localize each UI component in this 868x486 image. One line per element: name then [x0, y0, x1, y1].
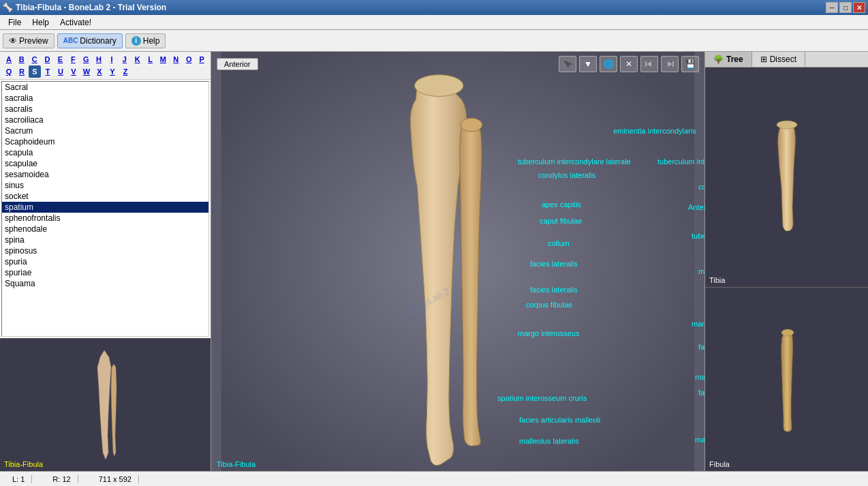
- word-item[interactable]: spuriae: [2, 267, 208, 278]
- alpha-V[interactable]: V: [67, 65, 80, 78]
- annotation-corpus-fib: corpus fibulae: [526, 301, 573, 309]
- word-item[interactable]: sphenofrontalis: [2, 213, 208, 224]
- word-item[interactable]: spatium: [2, 202, 208, 213]
- tab-tree[interactable]: 🌳 Tree: [705, 52, 752, 67]
- svg-point-1: [415, 75, 463, 97]
- alpha-K[interactable]: K: [131, 53, 144, 65]
- menu-file[interactable]: File: [3, 16, 27, 29]
- alpha-U[interactable]: U: [55, 65, 67, 78]
- annotation-malleolus-lat: malleolus lateralis: [519, 437, 578, 445]
- alpha-W[interactable]: W: [80, 65, 93, 78]
- dissect-icon: ⊞: [760, 55, 767, 64]
- annotation-tuberositas: tuberositas tibiae: [692, 232, 704, 240]
- word-item[interactable]: spuria: [2, 256, 208, 267]
- help-button[interactable]: i Help: [125, 33, 166, 48]
- dictionary-label: Dictionary: [80, 36, 116, 46]
- app-icon: 🦴: [3, 3, 13, 12]
- word-item[interactable]: Scaphoideum: [2, 136, 208, 147]
- word-item[interactable]: Sacral: [2, 82, 208, 93]
- word-item[interactable]: sesamoidea: [2, 169, 208, 180]
- maximize-button[interactable]: □: [839, 2, 852, 13]
- minimize-button[interactable]: ─: [826, 2, 838, 13]
- alpha-F[interactable]: F: [67, 53, 79, 65]
- alpha-Q[interactable]: Q: [3, 65, 15, 78]
- tool-select[interactable]: [559, 56, 576, 72]
- annotation-margo-int-r: margo interosseus: [692, 320, 704, 328]
- word-item[interactable]: spinosus: [2, 245, 208, 256]
- alpha-J[interactable]: J: [119, 53, 131, 65]
- alpha-D[interactable]: D: [42, 53, 54, 65]
- menu-help[interactable]: Help: [27, 16, 55, 29]
- tool-close[interactable]: ✕: [620, 56, 638, 72]
- alpha-row-2: Q R S T U V W X Y Z: [3, 65, 208, 78]
- tool-save[interactable]: 💾: [681, 56, 699, 72]
- title-bar: 🦴 Tibia-Fibula - BoneLab 2 - Trial Versi…: [0, 0, 868, 15]
- word-item[interactable]: scapula: [2, 147, 208, 158]
- preview-panel: Tibia-Fibula: [0, 338, 211, 471]
- alpha-row-1: A B C D E F G H I J K L M N O P: [3, 53, 208, 65]
- window-title: Tibia-Fibula - BoneLab 2 - Trial Version: [16, 3, 166, 12]
- menu-activate[interactable]: Activate!: [55, 16, 97, 29]
- close-button[interactable]: ✕: [853, 2, 865, 13]
- word-list[interactable]: SacralsacraliasacralissacroiliacaSacrumS…: [1, 81, 209, 337]
- tool-globe[interactable]: 🌐: [600, 56, 617, 72]
- alpha-L[interactable]: L: [144, 53, 157, 65]
- alpha-M[interactable]: M: [157, 53, 170, 65]
- word-item[interactable]: sinus: [2, 180, 208, 191]
- right-panel: 🌳 Tree ⊞ Dissect: [704, 52, 868, 471]
- annotation-facies-med-2: facies medialis: [698, 389, 704, 397]
- alpha-T[interactable]: T: [42, 65, 54, 78]
- annotation-intercondylar: Anterior intercondylar area: [688, 203, 704, 211]
- tool-prev[interactable]: [640, 56, 658, 72]
- word-item[interactable]: scapulae: [2, 158, 208, 169]
- alpha-I[interactable]: I: [106, 53, 118, 65]
- word-item[interactable]: sphenodale: [2, 224, 208, 234]
- tool-dropdown[interactable]: ▼: [579, 56, 597, 72]
- word-item[interactable]: sacralia: [2, 93, 208, 104]
- word-item[interactable]: Sacrum: [2, 125, 208, 136]
- annotation-eminentia: eminentia intercondylaris: [613, 127, 696, 135]
- preview-label: Tibia-Fibula: [4, 460, 43, 468]
- alpha-N[interactable]: N: [170, 53, 182, 65]
- alpha-B[interactable]: B: [16, 53, 28, 65]
- preview-button[interactable]: 👁 Preview: [3, 33, 55, 48]
- alpha-Y[interactable]: Y: [106, 65, 119, 78]
- status-dimensions: 711 x 592: [92, 475, 139, 483]
- word-item[interactable]: sacralis: [2, 104, 208, 115]
- alpha-S[interactable]: S: [29, 65, 41, 78]
- word-item[interactable]: spina: [2, 234, 208, 245]
- alpha-A[interactable]: A: [3, 53, 15, 65]
- annotation-facies-art-1: facies articularis malleoli: [519, 416, 600, 424]
- alpha-Z[interactable]: Z: [119, 65, 131, 78]
- status-r: R: 12: [46, 475, 78, 483]
- bone-3d-label: Tibia-Fibula: [217, 460, 255, 468]
- annotation-condylus-med: condylus medialis: [698, 183, 704, 191]
- alpha-X[interactable]: X: [93, 65, 106, 78]
- alpha-C[interactable]: C: [29, 53, 41, 65]
- alpha-E[interactable]: E: [55, 53, 67, 65]
- svg-point-4: [777, 121, 797, 129]
- annotation-facies-lat-1: facies lateralis: [530, 260, 578, 268]
- alpha-P[interactable]: P: [196, 53, 208, 65]
- prev-icon: [645, 59, 654, 69]
- help-icon: i: [131, 36, 141, 46]
- alpha-H[interactable]: H: [93, 53, 105, 65]
- tab-dissect[interactable]: ⊞ Dissect: [752, 52, 805, 67]
- annotation-margo-med-1: margo medialis: [698, 267, 704, 275]
- word-list-container: SacralsacraliasacralissacroiliacaSacrumS…: [0, 80, 211, 338]
- word-item[interactable]: Squama: [2, 278, 208, 289]
- title-bar-controls: ─ □ ✕: [826, 2, 865, 13]
- word-item[interactable]: sacroiliaca: [2, 115, 208, 125]
- annotation-margo-med-2: margo medialis: [695, 373, 704, 381]
- dictionary-button[interactable]: ABC Dictionary: [57, 33, 123, 48]
- left-panel: A B C D E F G H I J K L M N O P Q R S: [0, 52, 211, 471]
- preview-label: Preview: [19, 36, 48, 46]
- word-item[interactable]: socket: [2, 191, 208, 202]
- alpha-R[interactable]: R: [16, 65, 28, 78]
- tool-next[interactable]: [661, 56, 679, 72]
- annotation-tuberculum-lat: tuberculum intercondylare laterale: [518, 157, 631, 166]
- alpha-O[interactable]: O: [183, 53, 195, 65]
- preview-bone-svg: [78, 347, 133, 463]
- annotation-facies-med-1: facies medialis: [698, 343, 704, 351]
- alpha-G[interactable]: G: [80, 53, 92, 65]
